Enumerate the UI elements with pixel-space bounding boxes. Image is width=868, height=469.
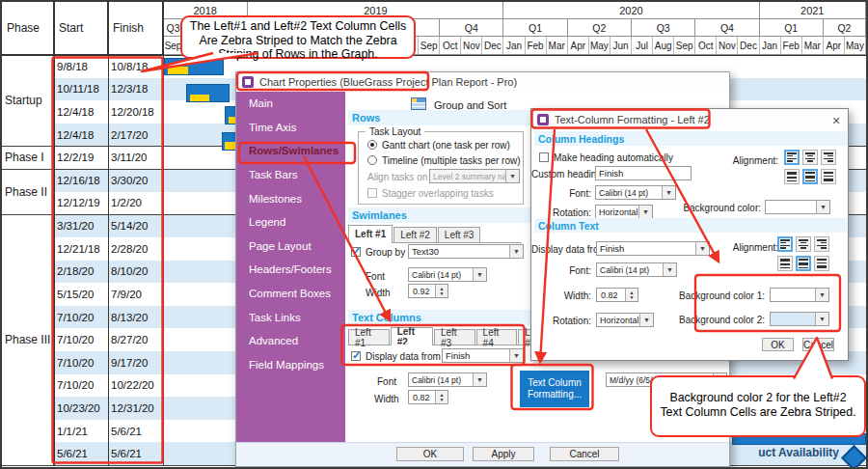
custom-heading-input[interactable]: Finish	[595, 166, 692, 180]
menu-item-advanced[interactable]: Advanced	[236, 329, 345, 353]
finish-date-cell: 5/6/21	[111, 420, 161, 443]
text-column-formatting-button[interactable]: Text Column Formatting...	[520, 371, 589, 407]
ok-button[interactable]: OK	[396, 447, 464, 461]
align-h-center-button[interactable]	[796, 236, 811, 252]
close-icon[interactable]: ✕	[828, 113, 844, 128]
group-by-dropdown[interactable]: Text30▼	[408, 244, 524, 259]
align-h-left-button[interactable]	[777, 236, 793, 252]
quarter-header: Q1	[760, 19, 824, 37]
align-h-left-button[interactable]	[784, 150, 800, 165]
swimlane-tab-left-2[interactable]: Left #2	[393, 227, 437, 242]
month-header: Apr	[568, 37, 589, 55]
spinner-arrows-icon[interactable]: ▲▼	[435, 285, 448, 297]
text-font-dropdown[interactable]: Calibri (14 pt)▼	[596, 262, 677, 277]
menu-item-time-axis[interactable]: Time Axis	[236, 116, 345, 140]
start-date-cell: 5/6/21	[57, 442, 107, 465]
align-v-bot-button[interactable]	[821, 169, 836, 184]
align-v-mid-button[interactable]	[796, 256, 811, 271]
cancel-button[interactable]: Cancel	[550, 447, 619, 461]
finish-date-cell: 2/17/20	[111, 124, 161, 147]
start-date-cell: 7/10/20	[57, 374, 107, 398]
display-data-dropdown[interactable]: Finish▼	[442, 348, 524, 363]
heading-rotation-dropdown[interactable]: Horizontal▼	[595, 205, 653, 219]
align-h-center-button[interactable]	[802, 150, 818, 165]
text-column-font-label: Font	[377, 376, 396, 387]
bg-color2-label: Background color 2:	[676, 315, 765, 325]
month-header: May	[589, 37, 610, 55]
text-column-width-spinner[interactable]: 0.82▲▼	[408, 390, 448, 404]
chevron-down-icon: ▼	[505, 170, 519, 182]
gantt-chart-radio[interactable]	[367, 140, 377, 150]
text-rotation-dropdown[interactable]: Horizontal▼	[596, 313, 654, 327]
align-h-right-button[interactable]	[814, 236, 829, 252]
spinner-arrows-icon[interactable]: ▲▼	[435, 391, 448, 403]
menu-item-headers-footers[interactable]: Headers/Footers	[236, 258, 345, 282]
text-column-tab-left-4[interactable]: Left #4	[476, 329, 518, 345]
milestone-label: uct Availability	[716, 446, 839, 459]
menu-item-field-mappings[interactable]: Field Mappings	[236, 353, 345, 377]
chevron-down-icon: ▼	[509, 245, 523, 258]
gantt-chart-radio-label: Gantt chart (one task per row)	[382, 140, 510, 151]
chevron-down-icon: ▼	[663, 263, 676, 276]
align-v-mid-button[interactable]	[802, 169, 818, 184]
month-header: Oct	[440, 37, 461, 55]
month-header: Jan	[503, 37, 525, 55]
bg-color1-dropdown[interactable]: ▼	[770, 288, 829, 302]
formatting-dialog-titlebar[interactable]: Text-Column Formatting - Left #2	[531, 109, 848, 130]
swimlane-font-dropdown[interactable]: Calibri (14 pt)▼	[408, 267, 487, 282]
phase-cell: Phase I	[2, 146, 54, 169]
start-date-cell: 12/21/18	[57, 237, 107, 261]
swimlane-tab-left-3[interactable]: Left #3	[438, 227, 481, 242]
heading-rotation-label: Rotation:	[531, 207, 591, 218]
align-v-bot-button[interactable]	[814, 256, 829, 271]
align-v-top-button[interactable]	[777, 256, 793, 271]
bg-color2-dropdown[interactable]: ▼	[770, 312, 829, 326]
task-bar	[186, 84, 230, 102]
start-date-cell: 2/18/20	[57, 261, 107, 284]
stagger-checkbox[interactable]	[367, 188, 377, 198]
chevron-down-icon: ▼	[473, 268, 486, 281]
heading-font-dropdown[interactable]: Calibri (14 pt)▼	[595, 185, 676, 200]
menu-item-rows-swimlanes[interactable]: Rows/Swimlanes	[236, 139, 345, 163]
column-divider-line	[108, 2, 109, 465]
text-width-spinner[interactable]: 0.82▲▼	[596, 288, 638, 302]
auto-heading-checkbox[interactable]	[539, 152, 549, 162]
apply-button[interactable]: Apply	[473, 447, 534, 461]
menu-item-comment-boxes[interactable]: Comment Boxes	[236, 282, 345, 306]
menu-item-main[interactable]: Main	[236, 92, 345, 116]
align-tasks-dropdown[interactable]: Level 2 summary name▼	[429, 169, 520, 183]
menu-item-task-links[interactable]: Task Links	[236, 305, 345, 329]
milestones-app-icon	[242, 76, 254, 88]
start-date-cell: 12/12/19	[57, 192, 107, 215]
text-column-tab-left-2[interactable]: Left #2	[391, 327, 433, 345]
finish-date-cell: 3/30/20	[111, 169, 161, 192]
cancel-button[interactable]: Cancel	[802, 338, 834, 351]
chart-properties-titlebar[interactable]: Chart Properties (BlueGrass Project Plan…	[236, 72, 729, 92]
text-column-tab-left-1[interactable]: Left #1	[348, 329, 390, 345]
align-h-right-button[interactable]	[821, 150, 836, 165]
menu-item-task-bars[interactable]: Task Bars	[236, 163, 345, 187]
swimlane-width-spinner[interactable]: 0.92▲▼	[408, 284, 448, 298]
bottom-callout: Background color 2 for the Left#2 Text C…	[650, 375, 866, 437]
column-divider-line	[54, 2, 55, 465]
menu-item-milestones[interactable]: Milestones	[236, 186, 345, 210]
chevron-down-icon: ▼	[815, 289, 828, 301]
month-header: May	[845, 37, 866, 55]
heading-bg-dropdown[interactable]: ▼	[765, 200, 830, 214]
start-date-cell: 12/16/18	[57, 169, 107, 192]
spinner-arrows-icon[interactable]: ▲▼	[625, 289, 637, 301]
menu-item-legend[interactable]: Legend	[236, 210, 345, 234]
text-column-tab-left-3[interactable]: Left #3	[434, 329, 475, 345]
ok-button[interactable]: OK	[762, 338, 794, 351]
timeline-radio[interactable]	[367, 155, 377, 165]
start-date-cell: 7/10/20	[57, 306, 107, 329]
text-display-dropdown[interactable]: Finish▼	[596, 241, 710, 256]
start-date-cell: 10/11/18	[57, 78, 107, 101]
swimlane-tab-left-1[interactable]: Left #1	[348, 225, 393, 242]
group-by-checkbox[interactable]	[351, 247, 361, 257]
menu-item-page-layout[interactable]: Page Layout	[236, 234, 345, 259]
align-v-top-button[interactable]	[784, 169, 800, 184]
display-data-checkbox[interactable]	[351, 351, 361, 361]
task-layout-legend: Task Layout	[366, 126, 424, 137]
text-column-font-dropdown[interactable]: Calibri (14 pt)▼	[408, 372, 487, 387]
